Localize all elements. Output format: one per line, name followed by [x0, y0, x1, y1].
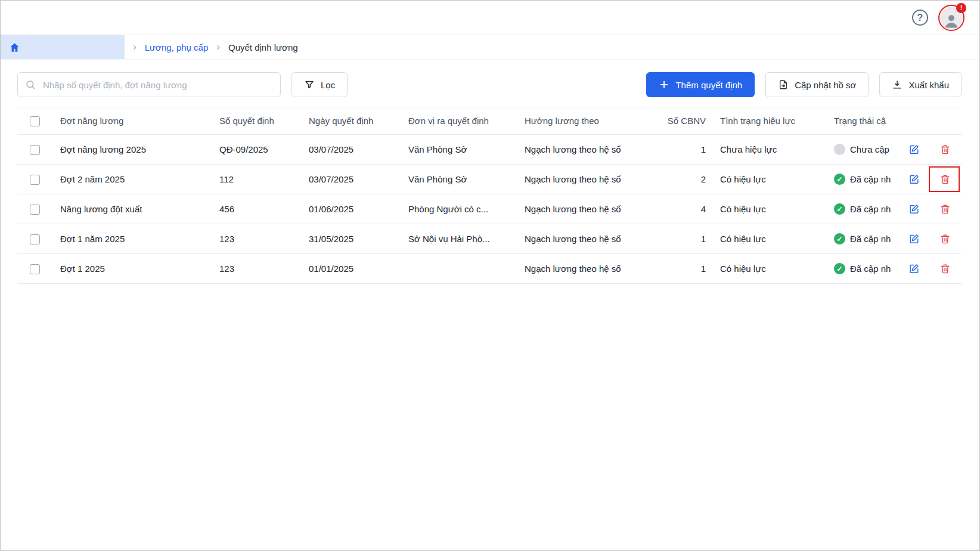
breadcrumb-current: Quyết định lương: [228, 42, 298, 52]
edit-button[interactable]: [906, 201, 922, 217]
col-dot-nang-luong: Đợt nâng lương: [53, 107, 212, 135]
select-all-checkbox[interactable]: [30, 116, 40, 126]
breadcrumb: › Lương, phụ cấp › Quyết định lương: [1, 35, 979, 60]
breadcrumb-home[interactable]: [1, 35, 125, 59]
delete-cell: [928, 135, 962, 165]
edit-button[interactable]: [906, 171, 922, 187]
cell-so-cbnv: 1: [653, 254, 713, 284]
person-icon: [942, 11, 960, 29]
cell-trang-thai-cap-nhat: Đã cập nh: [827, 224, 900, 254]
cell-tinh-trang-hieu-luc: Có hiệu lực: [713, 165, 827, 194]
trash-icon: [939, 233, 951, 244]
edit-icon: [908, 233, 920, 244]
delete-cell: [928, 254, 962, 284]
cell-tinh-trang-hieu-luc: Có hiệu lực: [713, 254, 827, 284]
delete-button[interactable]: [937, 231, 953, 247]
cell-so-quyet-dinh: 112: [212, 165, 302, 194]
cell-tinh-trang-hieu-luc: Chưa hiệu lực: [713, 135, 827, 165]
topbar: ? !: [1, 1, 979, 35]
delete-cell: [928, 165, 962, 194]
cell-trang-thai-cap-nhat: Đã cập nh: [827, 254, 900, 284]
status-icon: [834, 233, 845, 244]
cell-don-vi: Văn Phòng Sở: [401, 135, 517, 165]
cell-dot-nang-luong: Đợt nâng lương 2025: [53, 135, 212, 165]
status-text: Đã cập nh: [850, 264, 891, 274]
table-row: Đợt nâng lương 2025 QĐ-09/2025 03/07/202…: [17, 135, 962, 165]
col-don-vi: Đơn vị ra quyết định: [401, 107, 517, 135]
user-avatar[interactable]: !: [940, 7, 963, 29]
update-file-icon: [778, 79, 789, 90]
add-decision-button[interactable]: Thêm quyết định: [646, 72, 755, 97]
edit-icon: [908, 203, 920, 215]
cell-trang-thai-cap-nhat: Đã cập nh: [827, 165, 900, 194]
export-button[interactable]: Xuất khẩu: [879, 72, 962, 97]
edit-icon: [908, 144, 920, 155]
cell-dot-nang-luong: Nâng lương đột xuất: [53, 194, 212, 224]
table-row: Đợt 1 năm 2025 123 31/05/2025 Sở Nội vụ …: [17, 224, 962, 254]
delete-button[interactable]: [937, 261, 953, 277]
cell-trang-thai-cap-nhat: Chưa cập: [827, 135, 900, 165]
breadcrumb-separator: ›: [133, 41, 137, 53]
decisions-table: Đợt nâng lương Số quyết định Ngày quyết …: [1, 107, 979, 284]
breadcrumb-separator: ›: [216, 41, 220, 53]
status-icon: [834, 174, 845, 185]
cell-ngay-quyet-dinh: 01/06/2025: [302, 194, 401, 224]
delete-button[interactable]: [937, 171, 953, 187]
add-decision-label: Thêm quyết định: [675, 80, 742, 90]
export-label: Xuất khẩu: [908, 80, 949, 90]
table-body: Đợt nâng lương 2025 QĐ-09/2025 03/07/202…: [17, 135, 962, 284]
help-icon[interactable]: ?: [912, 10, 928, 26]
trash-icon: [939, 203, 951, 215]
col-action-delete: [928, 107, 962, 135]
cell-huong-luong: Ngạch lương theo hệ số: [517, 254, 653, 284]
cell-trang-thai-cap-nhat: Đã cập nh: [827, 194, 900, 224]
cell-don-vi: Phòng Người có c...: [401, 194, 517, 224]
filter-label: Lọc: [321, 80, 335, 90]
page: ? ! › Lương, phụ cấp › Quyết định lương: [0, 0, 980, 551]
cell-so-quyet-dinh: 123: [212, 224, 302, 254]
status-icon: [834, 263, 845, 274]
delete-button[interactable]: [937, 201, 953, 217]
notification-badge: !: [956, 3, 966, 13]
delete-cell: [928, 224, 962, 254]
row-checkbox[interactable]: [30, 205, 40, 215]
cell-don-vi: Văn Phòng Sở: [401, 165, 517, 194]
cell-dot-nang-luong: Đợt 1 năm 2025: [53, 224, 212, 254]
col-so-quyet-dinh: Số quyết định: [212, 107, 302, 135]
cell-tinh-trang-hieu-luc: Có hiệu lực: [713, 224, 827, 254]
cell-don-vi: Sở Nội vụ Hải Phò...: [401, 224, 517, 254]
col-ngay-quyet-dinh: Ngày quyết định: [302, 107, 401, 135]
cell-huong-luong: Ngạch lương theo hệ số: [517, 165, 653, 194]
edit-icon: [908, 263, 920, 274]
edit-button[interactable]: [906, 261, 922, 277]
filter-button[interactable]: Lọc: [291, 72, 348, 97]
cell-so-cbnv: 1: [653, 224, 713, 254]
cell-so-cbnv: 1: [653, 135, 713, 165]
cell-dot-nang-luong: Đợt 2 năm 2025: [53, 165, 212, 194]
update-records-label: Cập nhật hồ sơ: [795, 80, 856, 90]
row-checkbox[interactable]: [30, 234, 40, 244]
breadcrumb-luong-phu-cap[interactable]: Lương, phụ cấp: [145, 42, 209, 52]
status-icon: [834, 144, 845, 155]
toolbar: Lọc Thêm quyết định Cập nhật hồ sơ Xuất …: [1, 60, 979, 107]
edit-button[interactable]: [906, 141, 922, 157]
delete-button[interactable]: [937, 141, 953, 157]
row-checkbox[interactable]: [30, 264, 40, 274]
row-checkbox[interactable]: [30, 175, 40, 185]
cell-ngay-quyet-dinh: 31/05/2025: [302, 224, 401, 254]
update-records-button[interactable]: Cập nhật hồ sơ: [765, 72, 869, 97]
col-huong-luong: Hưởng lương theo: [517, 107, 653, 135]
cell-so-quyet-dinh: QĐ-09/2025: [212, 135, 302, 165]
cell-tinh-trang-hieu-luc: Có hiệu lực: [713, 194, 827, 224]
status-text: Đã cập nh: [850, 174, 891, 184]
cell-ngay-quyet-dinh: 03/07/2025: [302, 135, 401, 165]
edit-button[interactable]: [906, 231, 922, 247]
col-so-cbnv: Số CBNV: [653, 107, 713, 135]
status-text: Đã cập nh: [850, 234, 891, 244]
table-row: Đợt 1 2025 123 01/01/2025 Ngạch lương th…: [17, 254, 962, 284]
search-input[interactable]: [42, 79, 273, 91]
row-checkbox[interactable]: [30, 145, 40, 155]
filter-icon: [304, 79, 315, 90]
cell-so-quyet-dinh: 123: [212, 254, 302, 284]
search-box: [17, 72, 281, 97]
